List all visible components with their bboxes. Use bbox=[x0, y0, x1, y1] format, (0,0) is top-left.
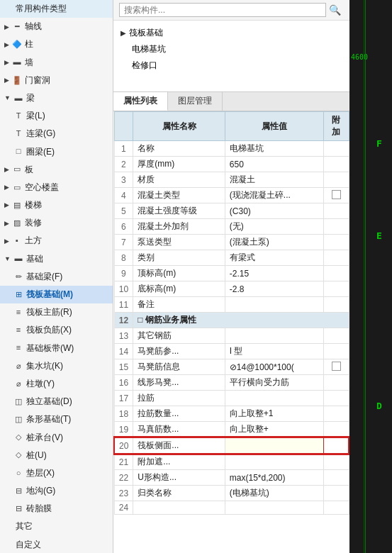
table-row[interactable]: 4混凝土类型(现浇混凝土碎... bbox=[114, 188, 349, 203]
sidebar-item-连梁G[interactable]: T连梁(G) bbox=[0, 125, 113, 143]
sidebar-item-砖胎膜[interactable]: ⊟砖胎膜 bbox=[0, 500, 113, 518]
prop-checkbox[interactable] bbox=[323, 157, 349, 172]
table-row[interactable]: 19马真筋数...向上取整+ bbox=[114, 422, 349, 438]
tree-node[interactable]: 电梯基坑 bbox=[121, 41, 342, 57]
checkbox-box[interactable] bbox=[332, 362, 341, 371]
sidebar-item-label: 其它 bbox=[16, 520, 33, 533]
prop-checkbox[interactable] bbox=[323, 437, 349, 454]
table-row[interactable]: 12□ 钢筋业务属性 bbox=[114, 313, 349, 328]
table-row[interactable]: 20筏板侧面... bbox=[114, 437, 349, 454]
sidebar-item-门窗洞[interactable]: ▶🚪门窗洞 bbox=[0, 72, 113, 89]
sidebar-item-垫层X[interactable]: ○垫层(X) bbox=[0, 464, 113, 482]
table-row[interactable]: 9顶标高(m)-2.15 bbox=[114, 266, 349, 281]
sidebar-item-板[interactable]: ▶▭板 bbox=[0, 161, 113, 179]
table-row[interactable]: 24 bbox=[114, 501, 349, 515]
prop-value: 平行横向受力筋 bbox=[225, 375, 323, 391]
prop-checkbox[interactable] bbox=[323, 501, 349, 515]
sidebar-item-基础梁F[interactable]: ✏基础梁(F) bbox=[0, 268, 113, 286]
table-row[interactable]: 17拉筋 bbox=[114, 391, 349, 406]
prop-name: 筏板侧面... bbox=[133, 437, 225, 454]
prop-checkbox[interactable] bbox=[323, 203, 349, 219]
sidebar-item-筏板负筋X[interactable]: ≡筏板负筋(X) bbox=[0, 321, 113, 339]
sidebar-item-基础[interactable]: ▼▬基础 bbox=[0, 250, 113, 268]
sidebar-item-条形基础T[interactable]: ◫条形基础(T) bbox=[0, 410, 113, 428]
prop-checkbox[interactable] bbox=[323, 470, 349, 486]
sidebar-item-轴线[interactable]: ▶━轴线 bbox=[0, 18, 113, 35]
sidebar-item-筏板基础M[interactable]: ⊞筏板基础(M) bbox=[0, 286, 113, 303]
prop-checkbox[interactable] bbox=[323, 281, 349, 297]
sidebar-item-桩U[interactable]: ◇桩(U) bbox=[0, 447, 113, 464]
prop-checkbox[interactable] bbox=[323, 219, 349, 235]
sidebar-item-独立基础D[interactable]: ◫独立基础(D) bbox=[0, 393, 113, 410]
prop-checkbox[interactable] bbox=[323, 235, 349, 250]
table-row[interactable]: 10底标高(m)-2.8 bbox=[114, 281, 349, 297]
search-input[interactable] bbox=[119, 3, 326, 17]
sidebar-item-柱墩Y[interactable]: ⌀柱墩(Y) bbox=[0, 375, 113, 393]
prop-checkbox[interactable] bbox=[323, 172, 349, 188]
row-num: 22 bbox=[114, 470, 133, 486]
prop-checkbox[interactable] bbox=[323, 359, 349, 375]
sidebar-item-其它[interactable]: 其它 bbox=[0, 518, 113, 535]
table-row[interactable]: 18拉筋数量...向上取整+1 bbox=[114, 406, 349, 422]
table-row[interactable]: 3材质混凝土 bbox=[114, 172, 349, 188]
prop-checkbox[interactable] bbox=[323, 391, 349, 406]
table-row[interactable]: 13其它钢筋 bbox=[114, 328, 349, 344]
table-row[interactable]: 23归类名称(电梯基坑) bbox=[114, 486, 349, 501]
prop-checkbox[interactable] bbox=[323, 406, 349, 422]
prop-name: 其它钢筋 bbox=[133, 328, 225, 344]
prop-checkbox[interactable] bbox=[323, 328, 349, 344]
props-tab-0[interactable]: 属性列表 bbox=[113, 92, 168, 111]
row-num: 15 bbox=[114, 359, 133, 375]
table-row[interactable]: 1名称电梯基坑 bbox=[114, 141, 349, 157]
prop-checkbox[interactable] bbox=[323, 344, 349, 359]
prop-value: 混凝土 bbox=[225, 172, 323, 188]
table-row[interactable]: 21附加遮... bbox=[114, 454, 349, 470]
sidebar-item-墙[interactable]: ▶▬墙 bbox=[0, 54, 113, 72]
prop-checkbox[interactable] bbox=[323, 297, 349, 313]
sidebar-item-label: 自定义 bbox=[16, 538, 41, 552]
sidebar-item-装修[interactable]: ▶▨装修 bbox=[0, 214, 113, 232]
sidebar-item-地沟G[interactable]: ⊟地沟(G) bbox=[0, 482, 113, 500]
sidebar-item-基础板带W[interactable]: ≡基础板带(W) bbox=[0, 340, 113, 357]
sidebar-item-集水坑K[interactable]: ⌀集水坑(K) bbox=[0, 357, 113, 375]
sidebar-item-空心楼盖[interactable]: ▶▭空心楼盖 bbox=[0, 179, 113, 196]
sidebar-item-梁[interactable]: ▼▬梁 bbox=[0, 89, 113, 107]
tree-node[interactable]: 检修口 bbox=[121, 57, 342, 74]
sidebar-item-常用构件类型[interactable]: 常用构件类型 bbox=[0, 0, 113, 18]
sidebar-item-自定义[interactable]: 自定义 bbox=[0, 536, 113, 553]
sidebar-item-桩承台V[interactable]: ◇桩承台(V) bbox=[0, 429, 113, 447]
table-row[interactable]: 8类别有梁式 bbox=[114, 250, 349, 266]
sidebar-item-楼梯[interactable]: ▶▤楼梯 bbox=[0, 196, 113, 214]
prop-checkbox[interactable] bbox=[323, 422, 349, 438]
tree-node[interactable]: ▶ 筏板基础 bbox=[121, 25, 342, 41]
prop-value: ⊘14@1000*100( bbox=[225, 359, 323, 375]
props-table-wrap[interactable]: 属性名称属性值附加 1名称电梯基坑2厚度(mm)6503材质混凝土4混凝土类型(… bbox=[113, 111, 349, 553]
sidebar-icon: ▤ bbox=[11, 200, 23, 211]
table-row[interactable]: 22U形构造...max(15*d,200) bbox=[114, 470, 349, 486]
sidebar-item-柱[interactable]: ▶🔷柱 bbox=[0, 35, 113, 53]
table-row[interactable]: 15马凳筋信息⊘14@1000*100( bbox=[114, 359, 349, 375]
prop-checkbox[interactable] bbox=[323, 188, 349, 203]
prop-checkbox[interactable] bbox=[323, 375, 349, 391]
table-row[interactable]: 16线形马凳...平行横向受力筋 bbox=[114, 375, 349, 391]
table-row[interactable]: 7泵送类型(混凝土泵) bbox=[114, 235, 349, 250]
prop-checkbox[interactable] bbox=[323, 454, 349, 470]
prop-checkbox[interactable] bbox=[323, 266, 349, 281]
prop-value bbox=[225, 391, 323, 406]
table-row[interactable]: 14马凳筋参...I 型 bbox=[114, 344, 349, 359]
table-row[interactable]: 5混凝土强度等级(C30) bbox=[114, 203, 349, 219]
props-tab-1[interactable]: 图层管理 bbox=[168, 92, 223, 111]
prop-checkbox[interactable] bbox=[323, 250, 349, 266]
checkbox-box[interactable] bbox=[332, 190, 341, 199]
search-button[interactable]: 🔍 bbox=[326, 4, 344, 16]
sidebar-item-梁L[interactable]: T梁(L) bbox=[0, 107, 113, 125]
prop-checkbox[interactable] bbox=[323, 486, 349, 501]
sidebar-item-土方[interactable]: ▶▪土方 bbox=[0, 232, 113, 250]
sidebar-item-筏板主筋R[interactable]: ≡筏板主筋(R) bbox=[0, 303, 113, 321]
sidebar-item-圈梁E[interactable]: □圈梁(E) bbox=[0, 143, 113, 161]
table-row[interactable]: 2厚度(mm)650 bbox=[114, 157, 349, 172]
table-row[interactable]: 11备注 bbox=[114, 297, 349, 313]
prop-checkbox[interactable] bbox=[323, 141, 349, 157]
prop-value[interactable] bbox=[225, 437, 323, 454]
table-row[interactable]: 6混凝土外加剂(无) bbox=[114, 219, 349, 235]
